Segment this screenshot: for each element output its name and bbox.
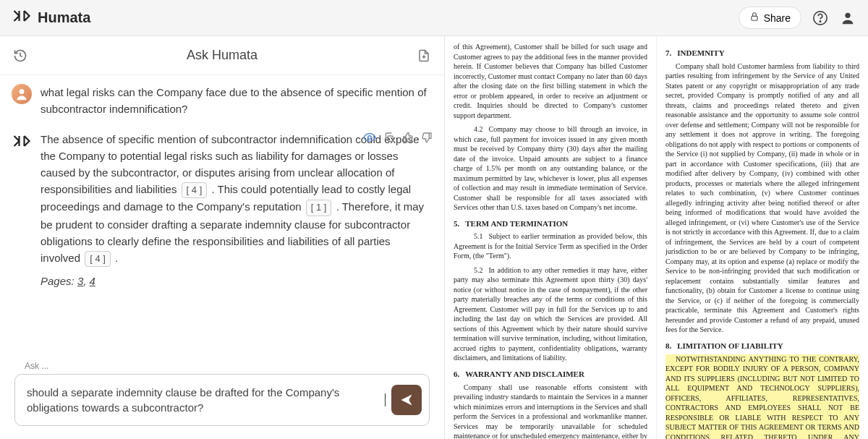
user-avatar xyxy=(12,84,32,104)
citation-4[interactable]: [ 4 ] xyxy=(182,182,208,198)
thumbs-up-icon[interactable] xyxy=(402,131,414,150)
doc-column-left: of this Agreement), Customer shall be bi… xyxy=(445,36,657,439)
new-doc-icon[interactable] xyxy=(415,47,433,64)
input-area: Ask ... should a separate indemnity clau… xyxy=(0,365,444,439)
page-link-3[interactable]: 3 xyxy=(77,275,83,287)
brand-icon xyxy=(12,8,32,27)
user-message-row: what legal risks can the Company face du… xyxy=(12,84,433,118)
pages-line: Pages: 3, 4 xyxy=(41,273,433,289)
doc-text: Company shall use reasonable efforts con… xyxy=(454,383,647,439)
doc-heading-7: 7.INDEMNITY xyxy=(665,48,859,59)
page-link-4[interactable]: 4 xyxy=(90,275,95,287)
chat-header: Ask Humata xyxy=(0,36,444,75)
doc-column-right: 7.INDEMNITY Company shall hold Customer … xyxy=(657,36,868,439)
citation-1[interactable]: [ 1 ] xyxy=(306,200,332,216)
svg-rect-6 xyxy=(388,136,393,141)
send-button[interactable] xyxy=(391,385,422,415)
svg-point-3 xyxy=(845,12,850,17)
doc-highlighted-text: NOTWITHSTANDING ANYTHING TO THE CONTRARY… xyxy=(665,354,859,439)
svg-point-2 xyxy=(820,20,820,21)
doc-heading-6: 6.WARRANTY AND DISCLAIMER xyxy=(454,369,647,380)
doc-heading-8: 8.LIMITATION OF LIABILITY xyxy=(665,341,859,351)
brand-name: Humata xyxy=(38,9,90,26)
history-icon[interactable] xyxy=(12,47,29,64)
chat-title: Ask Humata xyxy=(187,48,258,63)
thumbs-down-icon[interactable] xyxy=(421,131,433,150)
ask-chip: Ask ... xyxy=(20,361,53,371)
svg-point-4 xyxy=(20,89,25,94)
header-actions: Share xyxy=(739,7,856,29)
svg-point-5 xyxy=(368,135,372,139)
doc-heading-5: 5.TERM AND TERMINATION xyxy=(454,218,647,229)
chat-panel: Ask Humata what legal risks can the Comp… xyxy=(0,36,445,439)
chat-input-text: should a separate indemnity clause be dr… xyxy=(27,385,382,415)
doc-text: Company shall hold Customer harmless fro… xyxy=(665,61,859,335)
citation-4b[interactable]: [ 4 ] xyxy=(85,251,111,267)
doc-text: 5.2In addition to any other remedies it … xyxy=(454,265,647,363)
brand[interactable]: Humata xyxy=(12,8,90,27)
bot-message-row: The absence of specific mention of subco… xyxy=(12,131,433,290)
share-button[interactable]: Share xyxy=(739,7,801,29)
doc-text: 4.2Company may choose to bill through an… xyxy=(454,124,647,213)
message-tools xyxy=(363,131,433,150)
bot-avatar xyxy=(12,131,32,151)
svg-rect-0 xyxy=(752,16,757,20)
view-source-icon[interactable] xyxy=(363,131,376,150)
help-icon[interactable] xyxy=(812,9,829,27)
copy-icon[interactable] xyxy=(383,131,395,150)
bot-message-body: The absence of specific mention of subco… xyxy=(41,131,433,290)
share-label: Share xyxy=(764,12,791,24)
lock-icon xyxy=(749,12,760,24)
message-list: what legal risks can the Company face du… xyxy=(0,75,444,365)
chat-input[interactable]: should a separate indemnity clause be dr… xyxy=(14,374,430,426)
profile-icon[interactable] xyxy=(839,9,856,27)
doc-text: of this Agreement), Customer shall be bi… xyxy=(454,42,647,120)
document-viewer[interactable]: of this Agreement), Customer shall be bi… xyxy=(445,36,868,439)
doc-text: 5.1Subject to earlier termination as pro… xyxy=(454,231,647,261)
app-header: Humata Share xyxy=(0,0,868,36)
user-message-text: what legal risks can the Company face du… xyxy=(41,84,433,118)
text-cursor xyxy=(385,393,386,406)
